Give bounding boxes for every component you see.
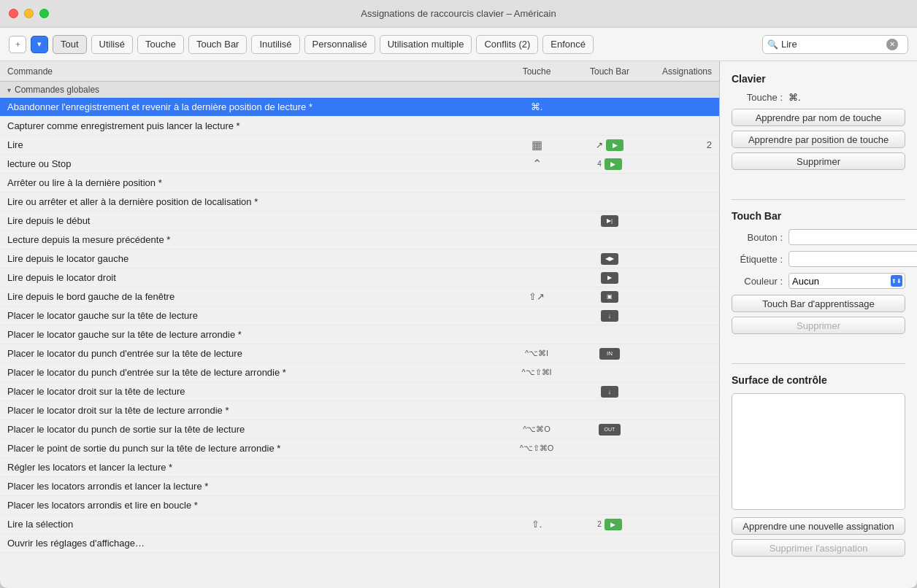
row-label: Placer les locators arrondis et lire en … (7, 500, 500, 511)
table-row[interactable]: Lire la sélection ⇧. 2 ▶ (0, 515, 719, 534)
row-label: Capturer comme enregistrement puis lance… (7, 120, 500, 131)
table-row[interactable]: Placer le locator droit sur la tête de l… (0, 382, 719, 401)
couleur-select[interactable]: Aucun (789, 273, 905, 289)
table-row[interactable]: Arrêter ou lire à la dernière position * (0, 174, 719, 193)
group-header-global[interactable]: ▾ Commandes globales (0, 82, 719, 98)
supprimer-clavier-button[interactable]: Supprimer (732, 152, 905, 170)
dropdown-button[interactable]: ▾ (31, 36, 48, 53)
table-row[interactable]: Placer le locator du punch d'entrée sur … (0, 363, 719, 382)
table-row[interactable]: Placer le locator gauche sur la tête de … (0, 325, 719, 344)
table-row[interactable]: Ouvrir les réglages d'affichage… (0, 534, 719, 553)
touche-value: ⌘. (789, 92, 801, 103)
table-row[interactable]: Régler les locators et lancer la lecture… (0, 458, 719, 477)
row-label: Placer le point de sortie du punch sur l… (7, 443, 500, 454)
row-label: Lire la sélection (7, 519, 500, 530)
row-label: Placer le locator du punch d'entrée sur … (7, 367, 500, 378)
touchbar-btn: ▶ (605, 158, 622, 170)
row-label: Lire depuis le locator droit (7, 272, 500, 283)
row-label: Placer le locator gauche sur la tête de … (7, 329, 500, 340)
filter-touche[interactable]: Touche (137, 35, 184, 54)
row-label: Lire depuis le début (7, 215, 500, 226)
row-shortcut: ^⌥⇧⌘O (500, 444, 573, 453)
table-row[interactable]: Lire depuis le début ▶| (0, 212, 719, 231)
filter-inutilise[interactable]: Inutilisé (251, 35, 299, 54)
table-row[interactable]: Lire depuis le bord gauche de la fenêtre… (0, 287, 719, 306)
apprendre-nom-button[interactable]: Apprendre par nom de touche (732, 109, 905, 126)
table-row[interactable]: Lire depuis le locator droit ▶ (0, 268, 719, 287)
table-row[interactable]: Placer les locators arrondis et lire en … (0, 496, 719, 515)
touchbar-icon: ↓ (601, 386, 618, 398)
apprendre-pos-button[interactable]: Apprendre par position de touche (732, 131, 905, 148)
table-row[interactable]: Lire ou arrêter et aller à la dernière p… (0, 193, 719, 212)
add-button[interactable]: ＋ (9, 36, 26, 53)
row-label: Placer le locator droit sur la tête de l… (7, 405, 500, 416)
row-label: Régler les locators et lancer la lecture… (7, 462, 500, 473)
row-touchbar: ↗ ▶ (573, 139, 646, 151)
table-row[interactable]: Placer le locator droit sur la tête de l… (0, 401, 719, 420)
filter-conflits[interactable]: Conflits (2) (476, 35, 538, 54)
filter-utilise[interactable]: Utilisé (91, 35, 133, 54)
search-icon: 🔍 (767, 39, 778, 50)
row-label: Arrêter ou lire à la dernière position * (7, 177, 500, 188)
filter-tout[interactable]: Tout (53, 35, 87, 54)
row-label: Ouvrir les réglages d'affichage… (7, 538, 500, 549)
row-label: Placer le locator gauche sur la tête de … (7, 310, 500, 321)
toolbar-left: ＋ ▾ Tout Utilisé Touche Touch Bar Inutil… (9, 35, 758, 54)
divider-2 (732, 363, 905, 364)
minimize-button[interactable] (24, 9, 34, 18)
supprimer-assignation-button[interactable]: Supprimer l'assignation (732, 539, 905, 557)
clavier-section: Clavier Touche : ⌘. Apprendre par nom de… (732, 73, 905, 174)
search-box: 🔍 ✕ (762, 35, 908, 54)
row-shortcut: ^⌥⌘O (500, 425, 573, 434)
table-row[interactable]: Lire depuis le locator gauche ◀▶ (0, 249, 719, 268)
table-row[interactable]: Placer le point de sortie du punch sur l… (0, 439, 719, 458)
table-row[interactable]: Capturer comme enregistrement puis lance… (0, 117, 719, 136)
table-header: Commande Touche Touch Bar Assignations (0, 61, 719, 82)
row-label: lecture ou Stop (7, 158, 500, 169)
filter-multiple[interactable]: Utilisation multiple (380, 35, 472, 54)
bouton-label: Bouton : (732, 232, 783, 243)
table-row[interactable]: Lecture depuis la mesure précédente * (0, 231, 719, 249)
supprimer-touchbar-button[interactable]: Supprimer (732, 317, 905, 334)
table-row[interactable]: Placer le locator du punch de sortie sur… (0, 420, 719, 439)
filter-touchbar[interactable]: Touch Bar (188, 35, 248, 54)
etiquette-label: Étiquette : (732, 254, 783, 265)
search-input[interactable] (781, 39, 883, 50)
table-row[interactable]: Lire ▦ ↗ ▶ 2 (0, 136, 719, 155)
touchbar-apprentissage-button[interactable]: Touch Bar d'apprentissage (732, 295, 905, 312)
row-touchbar: ↓ (573, 310, 646, 322)
row-touchbar: ▶ (573, 272, 646, 284)
group-label: Commandes globales (15, 85, 99, 95)
table-row[interactable]: Abandonner l'enregistrement et revenir à… (0, 98, 719, 117)
filter-enfonce[interactable]: Enfoncé (542, 35, 594, 54)
filter-personnalise[interactable]: Personnalisé (304, 35, 375, 54)
couleur-select-wrapper: Aucun ⬆⬇ (789, 273, 905, 289)
row-label: Placer les locators arrondis et lancer l… (7, 481, 500, 492)
touche-field-row: Touche : ⌘. (732, 92, 905, 103)
table-row[interactable]: Placer le locator gauche sur la tête de … (0, 306, 719, 325)
surface-area (732, 393, 905, 510)
chevron-down-icon: ▾ (7, 86, 11, 94)
row-label: Placer le locator du punch d'entrée sur … (7, 348, 500, 359)
touchbar-play-btn: ▶ (606, 139, 624, 151)
clear-search-button[interactable]: ✕ (886, 39, 898, 50)
maximize-button[interactable] (39, 9, 49, 18)
apprendre-assignation-button[interactable]: Apprendre une nouvelle assignation (732, 517, 905, 535)
row-label: Lire depuis le locator gauche (7, 253, 500, 264)
etiquette-input[interactable] (789, 251, 917, 267)
table-row[interactable]: Placer le locator du punch d'entrée sur … (0, 344, 719, 363)
titlebar: Assignations de raccourcis clavier – Amé… (0, 0, 917, 28)
bouton-field-row: Bouton : (732, 229, 905, 245)
close-button[interactable] (9, 9, 18, 18)
row-touchbar: ▶| (573, 215, 646, 227)
row-shortcut: ⇧↗ (500, 291, 573, 302)
main-content: Commande Touche Touch Bar Assignations ▾… (0, 61, 917, 588)
table-row[interactable]: Placer les locators arrondis et lancer l… (0, 477, 719, 496)
touchbar-icon: ▶| (601, 215, 618, 227)
bouton-input[interactable] (789, 229, 917, 245)
row-touchbar: ◀▶ (573, 253, 646, 265)
clavier-title: Clavier (732, 73, 905, 85)
table-row[interactable]: lecture ou Stop ⌃ 4 ▶ (0, 155, 719, 174)
touchbar-num: 4 (597, 160, 602, 168)
touchbar-icon: ▶ (601, 272, 618, 284)
